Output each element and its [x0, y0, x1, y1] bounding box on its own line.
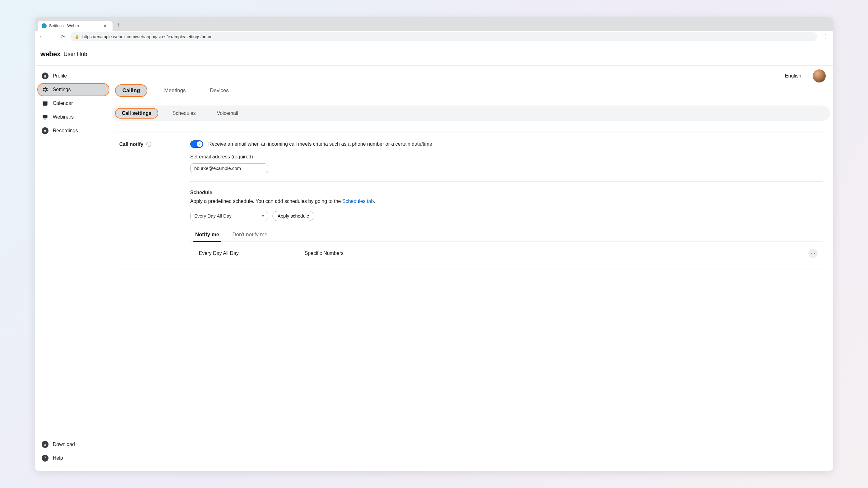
address-bar[interactable]: 🔒 https://example.webex.com/webappng/sit… — [70, 32, 817, 41]
sidebar-item-calendar[interactable]: Calendar — [37, 97, 110, 110]
svg-rect-2 — [42, 102, 47, 103]
brand-logo: webex — [40, 50, 61, 58]
apply-schedule-button[interactable]: Apply schedule — [272, 211, 315, 221]
subtab-call-settings[interactable]: Call settings — [115, 108, 158, 119]
brand-product: User Hub — [63, 51, 87, 58]
sidebar-item-help[interactable]: ? Help — [37, 452, 110, 465]
primary-tabs: Calling Meetings Devices — [112, 83, 834, 97]
address-bar-row: ← → ⟳ 🔒 https://example.webex.com/webapp… — [35, 31, 834, 43]
svg-rect-3 — [44, 101, 44, 102]
divider — [807, 72, 807, 80]
sidebar-item-label: Calendar — [53, 101, 73, 106]
info-icon[interactable]: i — [147, 142, 151, 147]
notify-tabs: Notify me Don't notify me — [190, 228, 823, 242]
avatar[interactable] — [813, 69, 826, 83]
card-title: Call notify — [119, 142, 143, 147]
help-icon: ? — [42, 455, 49, 462]
user-icon — [42, 73, 49, 79]
sidebar-item-label: Download — [53, 441, 75, 447]
sidebar-item-webinars[interactable]: Webinars — [37, 111, 110, 123]
sidebar-item-profile[interactable]: Profile — [37, 69, 110, 83]
sidebar-item-label: Settings — [53, 87, 71, 92]
main-content: English Calling Meetings Devices — [112, 66, 834, 471]
sidebar-item-label: Help — [53, 455, 63, 461]
lock-icon: 🔒 — [74, 34, 79, 39]
webex-favicon-icon — [42, 23, 46, 28]
sidebar-item-label: Recordings — [53, 128, 78, 134]
schedule-selected-value: Every Day All Day — [194, 213, 231, 219]
sidebar-item-label: Webinars — [53, 114, 74, 120]
gear-icon — [42, 86, 49, 93]
sidebar-item-recordings[interactable]: Recordings — [37, 124, 110, 137]
back-icon[interactable]: ← — [38, 34, 45, 39]
app-area: webex User Hub Profile — [35, 43, 834, 471]
call-notify-card: Call notify i ✓ Receive an email when an… — [112, 132, 830, 269]
browser-tab[interactable]: Settings - Webex ✕ — [38, 21, 113, 31]
close-tab-icon[interactable]: ✕ — [102, 23, 108, 28]
svg-point-6 — [44, 130, 46, 132]
schedule-section-title: Schedule — [190, 190, 823, 196]
language-selector[interactable]: English — [785, 73, 801, 79]
sidebar-item-label: Profile — [53, 73, 67, 79]
url-text: https://example.webex.com/webappng/sites… — [82, 34, 213, 39]
schedule-select[interactable]: Every Day All Day ▾ — [190, 211, 268, 221]
sidebar-item-download[interactable]: Download — [37, 438, 110, 451]
email-field-label: Set email address (required) — [190, 154, 823, 160]
svg-point-0 — [44, 75, 46, 76]
secondary-tabs: Call settings Schedules Voicemail — [112, 106, 830, 121]
tab-meetings[interactable]: Meetings — [157, 84, 193, 97]
subtab-schedules[interactable]: Schedules — [166, 108, 203, 119]
chevron-down-icon: ▾ — [262, 214, 264, 218]
call-notify-description: Receive an email when an incoming call m… — [208, 140, 432, 147]
divider — [190, 181, 823, 182]
forward-icon[interactable]: → — [49, 34, 55, 39]
browser-menu-icon[interactable]: ⋮ — [822, 33, 830, 40]
new-tab-button[interactable]: ＋ — [113, 19, 125, 31]
webinar-icon — [42, 114, 49, 120]
calendar-icon — [42, 100, 49, 107]
svg-rect-4 — [46, 101, 46, 102]
sidebar-item-settings[interactable]: Settings — [37, 83, 110, 96]
record-icon — [42, 127, 49, 134]
tab-devices[interactable]: Devices — [203, 84, 236, 97]
schedule-row: Every Day All Day Specific Numbers ⋯ — [190, 242, 823, 260]
schedule-name-cell: Every Day All Day — [199, 251, 305, 256]
tab-title: Settings - Webex — [49, 23, 80, 28]
download-icon — [42, 441, 49, 448]
reload-icon[interactable]: ⟳ — [60, 34, 66, 40]
svg-rect-5 — [42, 115, 47, 118]
email-input[interactable] — [190, 163, 268, 173]
schedule-type-cell: Specific Numbers — [305, 251, 809, 256]
subtab-voicemail[interactable]: Voicemail — [210, 108, 245, 119]
tab-strip: Settings - Webex ✕ ＋ — [35, 17, 834, 31]
tab-calling[interactable]: Calling — [115, 84, 148, 97]
app-header: webex User Hub — [35, 43, 834, 66]
tab-dont-notify-me[interactable]: Don't notify me — [230, 228, 269, 241]
row-actions-button[interactable]: ⋯ — [808, 249, 818, 258]
sidebar: Profile Settings Calendar — [35, 66, 112, 471]
browser-window: Settings - Webex ✕ ＋ ← → ⟳ 🔒 https://exa… — [35, 17, 834, 471]
header-right: English — [112, 68, 834, 83]
check-icon: ✓ — [197, 141, 203, 147]
call-notify-toggle[interactable]: ✓ — [190, 140, 203, 148]
ellipsis-icon: ⋯ — [810, 250, 816, 256]
schedules-tab-link[interactable]: Schedules tab — [342, 199, 374, 204]
schedule-section-description: Apply a predefined schedule. You can add… — [190, 199, 823, 204]
tab-notify-me[interactable]: Notify me — [193, 228, 221, 241]
